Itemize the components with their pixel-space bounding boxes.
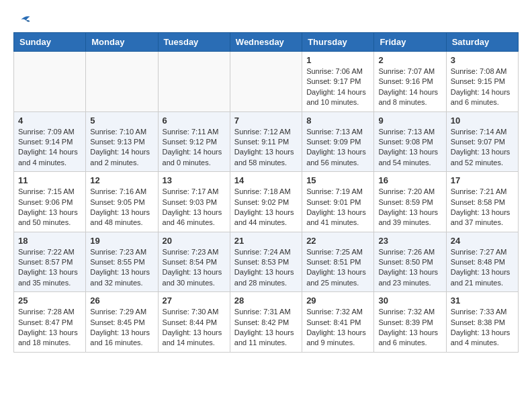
day-number: 11 [18, 175, 81, 185]
day-info: Sunrise: 7:22 AM Sunset: 8:57 PM Dayligh… [18, 247, 81, 289]
day-info: Sunrise: 7:14 AM Sunset: 9:07 PM Dayligh… [451, 127, 514, 169]
calendar-week-row: 11Sunrise: 7:15 AM Sunset: 9:06 PM Dayli… [14, 172, 519, 232]
day-info: Sunrise: 7:10 AM Sunset: 9:13 PM Dayligh… [90, 127, 153, 169]
calendar-cell: 1Sunrise: 7:06 AM Sunset: 9:17 PM Daylig… [302, 52, 374, 112]
day-number: 2 [378, 55, 441, 65]
column-header-sunday: Sunday [14, 33, 86, 52]
calendar-cell: 28Sunrise: 7:31 AM Sunset: 8:42 PM Dayli… [230, 292, 302, 353]
day-number: 24 [451, 236, 514, 246]
day-info: Sunrise: 7:07 AM Sunset: 9:16 PM Dayligh… [378, 66, 441, 108]
day-info: Sunrise: 7:09 AM Sunset: 9:14 PM Dayligh… [18, 127, 81, 169]
day-number: 9 [378, 116, 441, 126]
column-header-tuesday: Tuesday [158, 33, 230, 52]
calendar-cell: 14Sunrise: 7:18 AM Sunset: 9:02 PM Dayli… [230, 172, 302, 232]
day-info: Sunrise: 7:28 AM Sunset: 8:47 PM Dayligh… [18, 307, 81, 349]
calendar-cell: 9Sunrise: 7:13 AM Sunset: 9:08 PM Daylig… [374, 111, 446, 172]
calendar-cell: 11Sunrise: 7:15 AM Sunset: 9:06 PM Dayli… [14, 172, 86, 232]
day-number: 27 [163, 295, 226, 306]
calendar-cell: 16Sunrise: 7:20 AM Sunset: 8:59 PM Dayli… [374, 172, 446, 232]
calendar-cell: 31Sunrise: 7:33 AM Sunset: 8:38 PM Dayli… [446, 292, 518, 353]
calendar-cell: 22Sunrise: 7:25 AM Sunset: 8:51 PM Dayli… [302, 232, 374, 292]
day-info: Sunrise: 7:19 AM Sunset: 9:01 PM Dayligh… [306, 187, 369, 228]
calendar-cell: 18Sunrise: 7:22 AM Sunset: 8:57 PM Dayli… [14, 232, 86, 292]
calendar-cell: 27Sunrise: 7:30 AM Sunset: 8:44 PM Dayli… [158, 292, 230, 353]
day-info: Sunrise: 7:08 AM Sunset: 9:15 PM Dayligh… [451, 66, 514, 108]
calendar-cell: 19Sunrise: 7:23 AM Sunset: 8:55 PM Dayli… [86, 232, 158, 292]
calendar-cell [14, 52, 86, 112]
calendar-cell [230, 52, 302, 112]
calendar-cell: 25Sunrise: 7:28 AM Sunset: 8:47 PM Dayli… [14, 292, 86, 353]
day-info: Sunrise: 7:26 AM Sunset: 8:50 PM Dayligh… [378, 247, 441, 289]
column-header-saturday: Saturday [446, 33, 518, 52]
day-info: Sunrise: 7:16 AM Sunset: 9:05 PM Dayligh… [90, 187, 153, 228]
column-header-monday: Monday [86, 33, 158, 52]
day-number: 4 [18, 116, 81, 126]
calendar-cell: 3Sunrise: 7:08 AM Sunset: 9:15 PM Daylig… [446, 52, 518, 112]
day-number: 17 [451, 175, 514, 185]
calendar-cell: 6Sunrise: 7:11 AM Sunset: 9:12 PM Daylig… [158, 111, 230, 172]
calendar-cell: 20Sunrise: 7:23 AM Sunset: 8:54 PM Dayli… [158, 232, 230, 292]
day-info: Sunrise: 7:20 AM Sunset: 8:59 PM Dayligh… [378, 187, 441, 228]
calendar-cell: 8Sunrise: 7:13 AM Sunset: 9:09 PM Daylig… [302, 111, 374, 172]
day-number: 28 [234, 295, 298, 306]
day-number: 22 [306, 236, 369, 246]
day-info: Sunrise: 7:33 AM Sunset: 8:38 PM Dayligh… [451, 307, 514, 349]
calendar-cell: 10Sunrise: 7:14 AM Sunset: 9:07 PM Dayli… [446, 111, 518, 172]
calendar-cell: 13Sunrise: 7:17 AM Sunset: 9:03 PM Dayli… [158, 172, 230, 232]
day-number: 3 [451, 55, 514, 65]
day-number: 7 [234, 116, 298, 126]
day-info: Sunrise: 7:21 AM Sunset: 8:58 PM Dayligh… [451, 187, 514, 228]
page-header [13, 13, 519, 26]
day-info: Sunrise: 7:32 AM Sunset: 8:39 PM Dayligh… [378, 307, 441, 349]
day-number: 29 [306, 295, 369, 306]
day-info: Sunrise: 7:12 AM Sunset: 9:11 PM Dayligh… [234, 127, 298, 169]
calendar-cell: 15Sunrise: 7:19 AM Sunset: 9:01 PM Dayli… [302, 172, 374, 232]
day-info: Sunrise: 7:23 AM Sunset: 8:55 PM Dayligh… [90, 247, 153, 289]
day-info: Sunrise: 7:06 AM Sunset: 9:17 PM Dayligh… [306, 66, 369, 108]
day-number: 15 [306, 175, 369, 185]
day-number: 30 [378, 295, 441, 306]
day-number: 23 [378, 236, 441, 246]
day-info: Sunrise: 7:25 AM Sunset: 8:51 PM Dayligh… [306, 247, 369, 289]
calendar-table: SundayMondayTuesdayWednesdayThursdayFrid… [13, 32, 519, 353]
day-number: 21 [234, 236, 298, 246]
logo [13, 13, 31, 26]
calendar-cell: 26Sunrise: 7:29 AM Sunset: 8:45 PM Dayli… [86, 292, 158, 353]
calendar-cell [86, 52, 158, 112]
day-number: 10 [451, 116, 514, 126]
calendar-week-row: 1Sunrise: 7:06 AM Sunset: 9:17 PM Daylig… [14, 52, 519, 112]
day-number: 26 [90, 295, 153, 306]
calendar-cell: 24Sunrise: 7:27 AM Sunset: 8:48 PM Dayli… [446, 232, 518, 292]
calendar-cell: 12Sunrise: 7:16 AM Sunset: 9:05 PM Dayli… [86, 172, 158, 232]
calendar-header-row: SundayMondayTuesdayWednesdayThursdayFrid… [14, 33, 519, 52]
day-number: 8 [306, 116, 369, 126]
day-number: 12 [90, 175, 153, 185]
calendar-cell: 17Sunrise: 7:21 AM Sunset: 8:58 PM Dayli… [446, 172, 518, 232]
day-info: Sunrise: 7:13 AM Sunset: 9:08 PM Dayligh… [378, 127, 441, 169]
day-info: Sunrise: 7:32 AM Sunset: 8:41 PM Dayligh… [306, 307, 369, 349]
day-number: 20 [163, 236, 226, 246]
day-number: 14 [234, 175, 298, 185]
day-info: Sunrise: 7:17 AM Sunset: 9:03 PM Dayligh… [163, 187, 226, 228]
day-number: 6 [163, 116, 226, 126]
day-number: 5 [90, 116, 153, 126]
day-info: Sunrise: 7:30 AM Sunset: 8:44 PM Dayligh… [163, 307, 226, 349]
column-header-thursday: Thursday [302, 33, 374, 52]
day-info: Sunrise: 7:31 AM Sunset: 8:42 PM Dayligh… [234, 307, 298, 349]
calendar-week-row: 18Sunrise: 7:22 AM Sunset: 8:57 PM Dayli… [14, 232, 519, 292]
day-number: 13 [163, 175, 226, 185]
calendar-cell: 5Sunrise: 7:10 AM Sunset: 9:13 PM Daylig… [86, 111, 158, 172]
calendar-cell: 29Sunrise: 7:32 AM Sunset: 8:41 PM Dayli… [302, 292, 374, 353]
column-header-wednesday: Wednesday [230, 33, 302, 52]
calendar-cell: 21Sunrise: 7:24 AM Sunset: 8:53 PM Dayli… [230, 232, 302, 292]
day-number: 25 [18, 295, 81, 306]
day-info: Sunrise: 7:24 AM Sunset: 8:53 PM Dayligh… [234, 247, 298, 289]
day-info: Sunrise: 7:11 AM Sunset: 9:12 PM Dayligh… [163, 127, 226, 169]
day-info: Sunrise: 7:23 AM Sunset: 8:54 PM Dayligh… [163, 247, 226, 289]
calendar-cell: 30Sunrise: 7:32 AM Sunset: 8:39 PM Dayli… [374, 292, 446, 353]
day-number: 31 [451, 295, 514, 306]
day-number: 19 [90, 236, 153, 246]
calendar-cell [158, 52, 230, 112]
calendar-week-row: 4Sunrise: 7:09 AM Sunset: 9:14 PM Daylig… [14, 111, 519, 172]
calendar-cell: 4Sunrise: 7:09 AM Sunset: 9:14 PM Daylig… [14, 111, 86, 172]
